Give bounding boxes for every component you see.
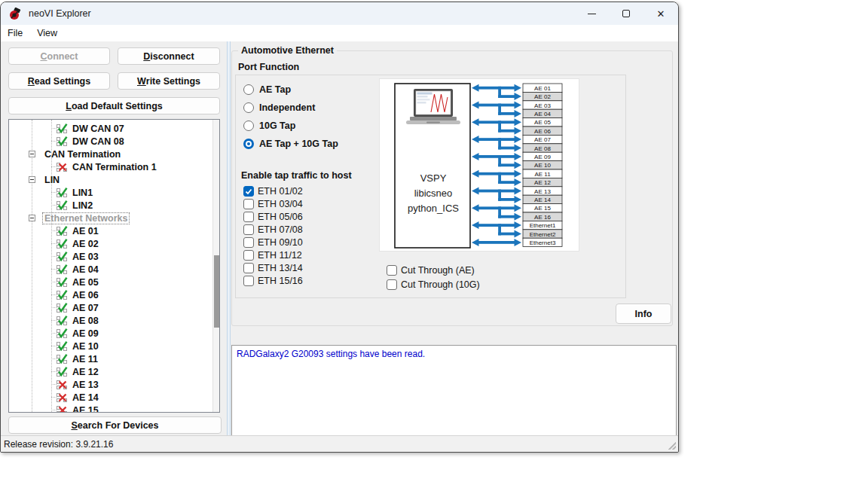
tree-connector xyxy=(51,205,57,206)
checkbox-icon[interactable] xyxy=(243,224,254,235)
connect-button[interactable]: Connect xyxy=(8,47,110,65)
tree-item-lin[interactable]: LIN xyxy=(9,173,219,186)
checkbox-eth-13-14[interactable]: ETH 13/14 xyxy=(243,262,303,274)
write-settings-button[interactable]: Write Settings xyxy=(118,72,220,90)
tree-item-label: AE 11 xyxy=(72,354,98,364)
checkbox-label: ETH 07/08 xyxy=(258,224,303,235)
status-message: RADGalaxy2 G20093 settings have been rea… xyxy=(237,349,671,359)
tree-item-can-termination[interactable]: CAN Termination xyxy=(9,148,219,160)
tree-item-ae-04[interactable]: AE 04 xyxy=(9,263,219,276)
radio-icon[interactable] xyxy=(243,120,254,131)
close-icon[interactable]: ✕ xyxy=(643,2,678,25)
checkbox-icon[interactable] xyxy=(243,276,254,286)
info-button[interactable]: Info xyxy=(616,303,671,324)
checkbox-label: ETH 01/02 xyxy=(258,186,303,197)
enabled-check-icon xyxy=(57,136,68,147)
checkbox-cut-through-10g-[interactable]: Cut Through (10G) xyxy=(387,279,480,291)
svg-text:Ethernet2: Ethernet2 xyxy=(530,231,556,238)
radio-label: AE Tap xyxy=(259,84,291,95)
tree-item-ae-07[interactable]: AE 07 xyxy=(9,301,219,314)
checkbox-eth-05-06[interactable]: ETH 05/06 xyxy=(243,211,303,223)
tree-item-ae-14[interactable]: AE 14 xyxy=(9,391,219,404)
checkbox-label: Cut Through (AE) xyxy=(401,265,475,276)
tree-item-ae-01[interactable]: AE 01 xyxy=(9,224,219,237)
tree-item-dw-can-07[interactable]: DW CAN 07 xyxy=(9,122,219,135)
collapse-expander-icon[interactable] xyxy=(29,176,35,183)
svg-text:AE 09: AE 09 xyxy=(534,154,551,160)
disconnect-button[interactable]: Disconnect xyxy=(118,47,220,65)
device-tree[interactable]: DW CAN 07 DW CAN 08 CAN Termination CAN … xyxy=(8,119,220,413)
checkbox-eth-07-08[interactable]: ETH 07/08 xyxy=(243,224,303,236)
title-bar[interactable]: neoVI Explorer ✕ xyxy=(1,2,678,25)
svg-text:VSPY: VSPY xyxy=(420,172,447,184)
checkbox-icon[interactable] xyxy=(387,265,397,276)
tree-item-ae-08[interactable]: AE 08 xyxy=(9,314,219,327)
checkbox-eth-15-16[interactable]: ETH 15/16 xyxy=(243,275,303,287)
tree-item-ae-09[interactable]: AE 09 xyxy=(9,327,219,340)
radio-icon[interactable] xyxy=(243,84,254,95)
radio-icon[interactable] xyxy=(243,102,254,113)
maximize-icon[interactable] xyxy=(609,2,643,25)
release-revision: Release revision: 3.9.21.16 xyxy=(4,439,113,450)
checkbox-eth-01-02[interactable]: ETH 01/02 xyxy=(243,185,303,197)
tree-item-label: AE 07 xyxy=(72,303,99,313)
tree-item-label: CAN Termination xyxy=(44,149,121,160)
tree-item-ae-10[interactable]: AE 10 xyxy=(9,340,219,352)
tree-item-ae-15[interactable]: AE 15 xyxy=(9,404,219,413)
menu-view[interactable]: View xyxy=(37,28,57,38)
tree-item-lin1[interactable]: LIN1 xyxy=(9,186,219,199)
radio-independent[interactable]: Independent xyxy=(243,102,315,114)
checkbox-eth-09-10[interactable]: ETH 09/10 xyxy=(243,236,303,249)
tree-item-lin2[interactable]: LIN2 xyxy=(9,199,219,212)
tree-connector xyxy=(51,128,57,129)
checkbox-icon[interactable] xyxy=(243,186,254,197)
tree-item-dw-can-08[interactable]: DW CAN 08 xyxy=(9,135,219,148)
tree-connector xyxy=(51,410,57,410)
radio-ae-tap-10g-tap[interactable]: AE Tap + 10G Tap xyxy=(243,138,338,150)
checkbox-icon[interactable] xyxy=(387,279,397,290)
read-settings-button[interactable]: Read Settings xyxy=(8,72,110,90)
checkbox-cut-through-ae-[interactable]: Cut Through (AE) xyxy=(387,264,475,276)
tree-item-ethernet-networks[interactable]: Ethernet Networks xyxy=(9,212,219,224)
tree-item-ae-11[interactable]: AE 11 xyxy=(9,352,219,365)
checkbox-icon[interactable] xyxy=(243,263,254,273)
tree-item-ae-13[interactable]: AE 13 xyxy=(9,378,219,391)
search-for-devices-button[interactable]: Search For Devices xyxy=(8,416,222,434)
checkbox-label: ETH 09/10 xyxy=(258,237,303,248)
enabled-check-icon xyxy=(57,239,68,249)
resize-grip-icon[interactable] xyxy=(668,442,676,450)
radio-icon[interactable] xyxy=(243,139,254,149)
tree-item-ae-02[interactable]: AE 02 xyxy=(9,237,219,250)
menu-file[interactable]: File xyxy=(8,28,23,38)
load-default-settings-button[interactable]: Load Default Settings xyxy=(8,97,220,114)
minimize-icon[interactable] xyxy=(574,2,609,25)
collapse-expander-icon[interactable] xyxy=(29,215,35,221)
port-function-title: Port Function xyxy=(238,62,299,72)
checkbox-icon[interactable] xyxy=(243,212,254,222)
tree-item-label: AE 05 xyxy=(72,277,99,288)
tree-item-ae-05[interactable]: AE 05 xyxy=(9,276,219,288)
tree-scrollbar-thumb[interactable] xyxy=(214,255,219,328)
tree-item-label: DW CAN 08 xyxy=(72,136,124,147)
tree-item-ae-12[interactable]: AE 12 xyxy=(9,365,219,378)
enabled-check-icon xyxy=(57,277,68,288)
checkbox-icon[interactable] xyxy=(243,237,254,248)
status-message-box: RADGalaxy2 G20093 settings have been rea… xyxy=(231,345,677,436)
radio-ae-tap[interactable]: AE Tap xyxy=(243,84,291,96)
tree-item-ae-06[interactable]: AE 06 xyxy=(9,288,219,301)
checkbox-eth-03-04[interactable]: ETH 03/04 xyxy=(243,198,303,210)
svg-text:AE 03: AE 03 xyxy=(534,102,551,109)
tree-item-ae-03[interactable]: AE 03 xyxy=(9,250,219,263)
tree-item-can-termination-1[interactable]: CAN Termination 1 xyxy=(9,160,219,173)
tree-item-label: AE 01 xyxy=(72,226,99,236)
tree-item-label: AE 06 xyxy=(72,290,99,300)
tree-connector xyxy=(51,346,57,346)
checkbox-label: ETH 05/06 xyxy=(258,212,303,222)
checkbox-eth-11-12[interactable]: ETH 11/12 xyxy=(243,249,302,261)
checkbox-icon[interactable] xyxy=(243,199,254,209)
app-icon xyxy=(9,8,22,20)
checkbox-icon[interactable] xyxy=(243,250,254,261)
collapse-expander-icon[interactable] xyxy=(29,151,35,157)
radio-10g-tap[interactable]: 10G Tap xyxy=(243,120,295,132)
tree-scrollbar[interactable] xyxy=(212,120,219,412)
